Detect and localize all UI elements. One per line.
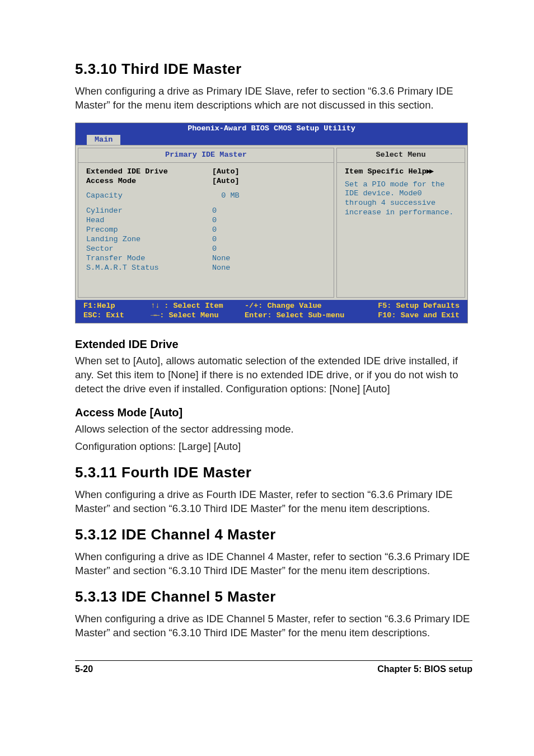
field-precomp-value: 0 (212, 226, 217, 235)
bios-titlebar: Phoenix-Award BIOS CMOS Setup Utility (76, 123, 467, 135)
footer-setup-defaults: F5: Setup Defaults (359, 302, 460, 311)
footer-save-and-exit: F10: Save and Exit (359, 311, 460, 321)
bios-left-header: Primary IDE Master (78, 148, 334, 163)
field-access-mode-value[interactable]: [Auto] (212, 177, 240, 186)
section-para: When configuring a drive as IDE Channel … (75, 612, 471, 640)
section-heading-5311: 5.3.11 Fourth IDE Master (75, 464, 472, 481)
field-transfer-mode-value: None (212, 254, 230, 264)
para-access-mode-1: Allows selection of the sector addressin… (75, 422, 471, 436)
section-number: 5.3.11 (75, 464, 117, 481)
bios-tab-main[interactable]: Main (87, 135, 120, 145)
section-title: Fourth IDE Master (121, 464, 251, 481)
field-head-label: Head (86, 216, 212, 226)
section-heading-5313: 5.3.13 IDE Channel 5 Master (75, 588, 472, 605)
chevron-right-icon: ▶▶ (427, 167, 432, 176)
field-cylinder-value: 0 (212, 206, 217, 216)
page-number: 5-20 (75, 664, 93, 674)
footer-f1-help: F1:Help (83, 302, 151, 311)
item-specific-help-body: Set a PIO mode for the IDE device. Mode0… (345, 180, 458, 218)
section-para: When configuring a drive as Primary IDE … (75, 84, 471, 112)
subheading-extended-ide-drive: Extended IDE Drive (75, 338, 472, 351)
field-smart-status-value: None (212, 264, 230, 273)
section-number: 5.3.10 (75, 60, 117, 77)
field-ext-ide-drive-label: Extended IDE Drive (86, 167, 212, 177)
footer-select-menu: →←: Select Menu (151, 311, 245, 321)
field-transfer-mode-label: Transfer Mode (86, 254, 212, 264)
field-landing-zone-value: 0 (212, 235, 217, 245)
bios-screenshot: Phoenix-Award BIOS CMOS Setup Utility Ma… (75, 123, 472, 324)
item-specific-help-title: Item Specific Help▶▶ (345, 167, 458, 177)
bios-right-header: Select Menu (337, 148, 465, 163)
section-title: Third IDE Master (121, 60, 242, 77)
section-title: IDE Channel 5 Master (121, 588, 276, 605)
para-access-mode-2: Configuration options: [Large] [Auto] (75, 440, 471, 454)
section-para: When configuring a drive as IDE Channel … (75, 550, 471, 578)
footer-esc-exit: ESC: Exit (83, 311, 151, 321)
section-number: 5.3.12 (75, 526, 117, 543)
footer-change-value: -/+: Change Value (245, 302, 359, 311)
chapter-label: Chapter 5: BIOS setup (377, 664, 472, 674)
section-heading-5312: 5.3.12 IDE Channel 4 Master (75, 526, 472, 543)
footer-select-submenu: Enter: Select Sub-menu (245, 311, 359, 321)
section-heading-5310: 5.3.10 Third IDE Master (75, 60, 472, 78)
bios-footer: F1:Help ESC: Exit ↑↓ : Select Item →←: S… (76, 300, 467, 323)
field-smart-status-label: S.M.A.R.T Status (86, 264, 212, 273)
section-title: IDE Channel 4 Master (121, 526, 276, 543)
field-landing-zone-label: Landing Zone (86, 235, 212, 245)
para-extended-ide-drive: When set to [Auto], allows automatic sel… (75, 354, 471, 396)
field-cylinder-label: Cylinder (86, 206, 212, 216)
footer-select-item: ↑↓ : Select Item (151, 302, 245, 311)
field-head-value: 0 (212, 216, 217, 226)
field-access-mode-label: Access Mode (86, 177, 212, 186)
field-sector-value: 0 (212, 245, 217, 254)
field-capacity-value: 0 MB (212, 191, 240, 201)
subheading-access-mode: Access Mode [Auto] (75, 406, 472, 419)
section-para: When configuring a drive as Fourth IDE M… (75, 488, 471, 516)
help-title-text: Item Specific Help (345, 167, 427, 176)
field-ext-ide-drive-value[interactable]: [Auto] (212, 167, 240, 177)
section-number: 5.3.13 (75, 588, 117, 605)
page-footer: 5-20 Chapter 5: BIOS setup (75, 660, 472, 674)
field-precomp-label: Precomp (86, 226, 212, 235)
field-sector-label: Sector (86, 245, 212, 254)
field-capacity-label: Capacity (86, 191, 212, 201)
